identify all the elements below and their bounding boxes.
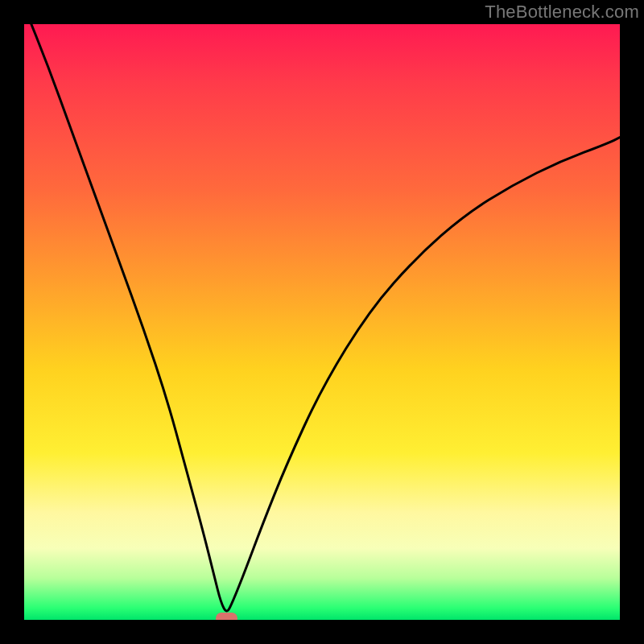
optimal-marker: [216, 613, 237, 620]
chart-frame: TheBottleneck.com: [0, 0, 644, 644]
plot-area: [24, 24, 620, 620]
watermark-text: TheBottleneck.com: [485, 2, 639, 23]
bottleneck-curve: [24, 24, 620, 620]
